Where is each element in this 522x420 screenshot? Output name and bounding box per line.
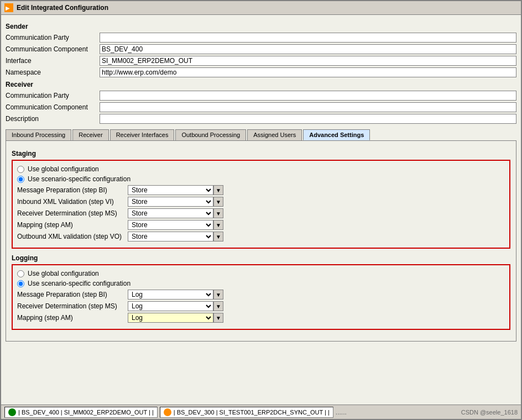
logging-radio-specific-row: Use scenario-specific configuration [17,280,505,287]
sender-component-input[interactable] [100,44,516,54]
staging-field-ms: Receiver Determination (step MS) Store L… [17,208,505,218]
receiver-component-input[interactable] [100,102,516,112]
staging-vi-label: Inbound XML Validation (step VI) [17,198,128,206]
status-item-1: | BS_DEV_400 | SI_MM002_ERP2DEMO_OUT | | [4,407,158,418]
staging-global-radio[interactable] [17,166,24,173]
logging-bi-select[interactable]: Log Store Off [128,290,213,300]
staging-bi-label: Message Preparation (step BI) [17,186,128,194]
sender-party-input[interactable] [100,33,516,43]
status-text-2: | BS_DEV_300 | SI_TEST001_ERP2DCH_SYNC_O… [174,409,330,416]
tab-receiver[interactable]: Receiver [72,129,108,140]
logging-am-dropdown-btn[interactable]: ▼ [213,313,223,323]
staging-specific-label: Use scenario-specific configuration [28,175,130,183]
svg-text:▶: ▶ [6,5,10,11]
logging-ms-dropdown-btn[interactable]: ▼ [213,301,223,311]
receiver-description-input[interactable] [100,114,516,124]
status-item-2: | BS_DEV_300 | SI_TEST001_ERP2DCH_SYNC_O… [160,407,333,418]
receiver-component-label: Communication Component [6,103,100,111]
logging-radio-global-row: Use global configuration [17,270,505,277]
sender-section-header: Sender [6,23,516,30]
staging-vi-select[interactable]: Store Log Off [128,197,213,207]
logging-field-ms: Receiver Determination (step MS) Log Sto… [17,301,505,311]
staging-field-vo: Outbound XML validation (step VO) Store … [17,232,505,242]
staging-vo-label: Outbound XML validation (step VO) [17,233,128,240]
logging-global-label: Use global configuration [28,270,99,277]
receiver-party-row: Communication Party [6,91,516,101]
staging-bi-select-container: Store Log Off ▼ [128,185,223,195]
staging-global-label: Use global configuration [28,165,99,173]
receiver-description-label: Description [6,115,100,123]
logging-specific-label: Use scenario-specific configuration [28,280,130,287]
main-window: ▶ Edit Integrated Configuration Sender C… [0,0,522,420]
sender-namespace-input[interactable] [100,67,516,77]
sender-interface-label: Interface [6,57,100,65]
sender-component-label: Communication Component [6,45,100,53]
receiver-component-row: Communication Component [6,102,516,112]
staging-vi-select-container: Store Log Off ▼ [128,197,223,207]
staging-ms-select[interactable]: Store Log Off [128,208,213,218]
staging-radio-global-row: Use global configuration [17,165,505,173]
staging-am-label: Mapping (step AM) [17,221,128,229]
staging-vo-dropdown-btn[interactable]: ▼ [213,232,223,242]
tabs-container: Inbound Processing Receiver Receiver Int… [6,129,516,140]
staging-bi-dropdown-btn[interactable]: ▼ [213,185,223,195]
staging-ms-select-container: Store Log Off ▼ [128,208,223,218]
logging-specific-radio[interactable] [17,280,24,287]
staging-am-select-container: Store Log Off ▼ [128,220,223,230]
logging-bi-select-container: Log Store Off ▼ [128,290,223,300]
staging-ms-label: Receiver Determination (step MS) [17,209,128,217]
logging-ms-label: Receiver Determination (step MS) [17,302,128,310]
sender-component-row: Communication Component [6,44,516,54]
staging-box: Use global configuration Use scenario-sp… [12,160,510,249]
logging-box: Use global configuration Use scenario-sp… [12,264,510,330]
staging-field-am: Mapping (step AM) Store Log Off ▼ [17,220,505,230]
logging-bi-dropdown-btn[interactable]: ▼ [213,290,223,300]
receiver-description-row: Description [6,114,516,124]
receiver-section-header: Receiver [6,81,516,88]
sender-interface-row: Interface [6,56,516,66]
logging-field-bi: Message Preparation (step BI) Log Store … [17,290,505,300]
tab-advanced-settings[interactable]: Advanced Settings [303,129,370,140]
tab-assigned-users[interactable]: Assigned Users [247,129,302,140]
tab-outbound[interactable]: Outbound Processing [175,129,246,140]
sender-party-label: Communication Party [6,34,100,41]
sender-party-row: Communication Party [6,33,516,43]
staging-field-bi: Message Preparation (step BI) Store Log … [17,185,505,195]
staging-radio-specific-row: Use scenario-specific configuration [17,175,505,183]
receiver-party-input[interactable] [100,91,516,101]
logging-ms-select-container: Log Store Off ▼ [128,301,223,311]
watermark: CSDN @seele_1618 [461,409,518,416]
sender-namespace-label: Namespace [6,69,100,76]
content-area: Sender Communication Party Communication… [1,15,521,405]
staging-specific-radio[interactable] [17,176,24,183]
title-icon: ▶ [4,3,13,12]
staging-field-vi: Inbound XML Validation (step VI) Store L… [17,197,505,207]
sender-interface-input[interactable] [100,56,516,66]
staging-bi-select[interactable]: Store Log Off [128,185,213,195]
title-text: Edit Integrated Configuration [17,4,108,12]
logging-am-label: Mapping (step AM) [17,314,128,322]
logging-field-am: Mapping (step AM) Log Store Off ▼ [17,313,505,323]
staging-vi-dropdown-btn[interactable]: ▼ [213,197,223,207]
logging-ms-select[interactable]: Log Store Off [128,301,213,311]
staging-vo-select-container: Store Log Off ▼ [128,232,223,242]
tab-content-advanced: Staging Use global configuration Use sce… [6,140,516,342]
tab-receiver-interfaces[interactable]: Receiver Interfaces [110,129,175,140]
staging-header: Staging [12,150,510,158]
status-text-1: | BS_DEV_400 | SI_MM002_ERP2DEMO_OUT | | [18,409,154,416]
status-icon-2 [164,408,171,416]
staging-vo-select[interactable]: Store Log Off [128,232,213,242]
receiver-party-label: Communication Party [6,92,100,99]
tab-inbound[interactable]: Inbound Processing [6,129,71,140]
staging-ms-dropdown-btn[interactable]: ▼ [213,208,223,218]
title-bar: ▶ Edit Integrated Configuration [1,1,521,15]
status-icon-1 [8,408,16,416]
staging-am-dropdown-btn[interactable]: ▼ [213,220,223,230]
logging-global-radio[interactable] [17,270,24,277]
logging-am-select-container: Log Store Off ▼ [128,313,223,323]
staging-am-select[interactable]: Store Log Off [128,220,213,230]
logging-bi-label: Message Preparation (step BI) [17,291,128,298]
logging-am-select[interactable]: Log Store Off [128,313,213,323]
status-dots: ...... [336,408,347,416]
sender-namespace-row: Namespace [6,67,516,77]
